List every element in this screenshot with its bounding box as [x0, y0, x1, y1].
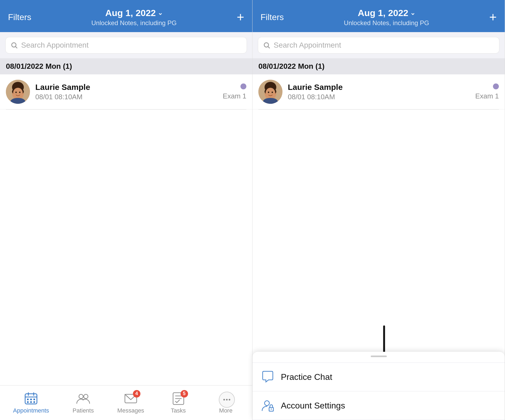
left-date-section-header: 08/01/2022 Mon (1) — [0, 58, 252, 74]
left-appt-type: Exam 1 — [223, 92, 246, 100]
left-nav-appointments[interactable]: Appointments — [13, 392, 49, 414]
sheet-handle-area — [252, 352, 505, 357]
svg-rect-16 — [33, 399, 35, 400]
right-date-chevron-icon: ⌄ — [410, 9, 415, 17]
right-search-bar: Search Appointment — [252, 32, 505, 58]
left-nav-tasks-label: Tasks — [171, 407, 186, 414]
right-filters-button[interactable]: Filters — [261, 12, 284, 22]
svg-rect-19 — [33, 401, 35, 403]
left-appt-status-dot — [240, 83, 246, 89]
search-icon — [10, 41, 18, 49]
right-appointment-row[interactable]: Laurie Sample 08/01 08:10AM Exam 1 — [252, 74, 505, 109]
left-header: Filters Aug 1, 2022 ⌄ Unlocked Notes, in… — [0, 0, 252, 32]
left-main-content — [0, 110, 252, 420]
left-header-subtitle: Unlocked Notes, including PG — [31, 19, 237, 27]
tasks-badge: 5 — [181, 390, 188, 398]
left-appt-datetime: 08/01 08:10AM — [35, 93, 217, 101]
right-add-button[interactable]: + — [489, 11, 497, 24]
right-appt-datetime: 08/01 08:10AM — [288, 93, 470, 101]
left-nav-patients-label: Patients — [72, 407, 94, 414]
messages-badge: 4 — [133, 390, 140, 398]
right-patient-name: Laurie Sample — [288, 83, 470, 92]
left-add-button[interactable]: + — [237, 11, 244, 24]
svg-line-1 — [16, 47, 17, 48]
sheet-handle — [371, 356, 387, 357]
account-settings-icon — [261, 399, 274, 412]
left-appt-right: Exam 1 — [223, 83, 246, 100]
sheet-menu: Practice Chat Account Set — [252, 362, 505, 420]
svg-point-26 — [223, 399, 225, 400]
left-nav-messages-label: Messages — [117, 407, 144, 414]
right-date[interactable]: Aug 1, 2022 ⌄ — [284, 8, 489, 18]
left-filters-button[interactable]: Filters — [8, 12, 31, 22]
left-nav-messages[interactable]: 4 Messages — [117, 392, 144, 414]
left-nav-more[interactable]: More — [212, 392, 239, 414]
tasks-icon: 5 — [171, 392, 185, 406]
svg-point-20 — [79, 394, 83, 399]
svg-point-36 — [268, 91, 269, 93]
account-settings-menu-item[interactable]: Account Settings — [252, 391, 505, 420]
svg-point-41 — [265, 401, 269, 406]
svg-point-21 — [84, 394, 88, 399]
search-placeholder-text: Search Appointment — [21, 41, 89, 49]
account-settings-label: Account Settings — [281, 401, 345, 411]
left-appt-info: Laurie Sample 08/01 08:10AM — [35, 83, 217, 101]
svg-rect-14 — [27, 399, 29, 400]
right-appt-status-dot — [493, 83, 499, 89]
practice-chat-label: Practice Chat — [281, 372, 332, 382]
left-search-bar: Search Appointment — [0, 32, 252, 58]
left-search-input[interactable]: Search Appointment — [5, 37, 247, 54]
messages-icon: 4 — [124, 392, 138, 406]
svg-point-7 — [16, 91, 17, 93]
svg-point-28 — [229, 399, 230, 400]
right-appt-type: Exam 1 — [475, 92, 499, 100]
svg-rect-18 — [30, 401, 32, 403]
left-patient-name: Laurie Sample — [35, 83, 217, 92]
left-nav-more-label: More — [219, 407, 232, 414]
left-nav-appointments-label: Appointments — [13, 407, 49, 414]
svg-point-35 — [266, 88, 275, 98]
svg-rect-15 — [30, 399, 32, 400]
practice-chat-menu-item[interactable]: Practice Chat — [252, 362, 505, 391]
right-appt-info: Laurie Sample 08/01 08:10AM — [288, 83, 470, 101]
right-patient-avatar — [258, 80, 282, 104]
svg-point-43 — [271, 408, 272, 410]
right-header-center: Aug 1, 2022 ⌄ Unlocked Notes, including … — [284, 8, 489, 27]
svg-line-30 — [268, 47, 269, 48]
right-divider — [258, 109, 499, 110]
chat-icon — [261, 370, 274, 384]
left-panel: Filters Aug 1, 2022 ⌄ Unlocked Notes, in… — [0, 0, 252, 420]
left-date[interactable]: Aug 1, 2022 ⌄ — [31, 8, 237, 18]
svg-point-37 — [272, 91, 273, 93]
left-appointment-row[interactable]: Laurie Sample 08/01 08:10AM Exam 1 — [0, 74, 252, 109]
right-panel: Filters Aug 1, 2022 ⌄ Unlocked Notes, in… — [252, 0, 505, 420]
right-date-section-header: 08/01/2022 Mon (1) — [252, 58, 505, 74]
left-nav-tasks[interactable]: 5 Tasks — [165, 392, 192, 414]
right-search-icon — [263, 41, 270, 49]
more-icon — [219, 392, 233, 406]
right-search-input[interactable]: Search Appointment — [258, 37, 499, 54]
right-search-placeholder-text: Search Appointment — [274, 41, 341, 49]
left-bottom-nav: Appointments Patients 4 — [0, 385, 252, 420]
right-appt-right: Exam 1 — [475, 83, 499, 100]
svg-rect-17 — [27, 401, 29, 403]
left-patient-avatar — [6, 80, 30, 104]
svg-point-8 — [19, 91, 21, 93]
bottom-sheet: Practice Chat Account Set — [252, 352, 505, 420]
right-header: Filters Aug 1, 2022 ⌄ Unlocked Notes, in… — [252, 0, 505, 32]
calendar-icon — [24, 392, 38, 406]
left-nav-patients[interactable]: Patients — [70, 392, 97, 414]
right-header-subtitle: Unlocked Notes, including PG — [284, 19, 489, 27]
svg-point-6 — [13, 88, 23, 98]
date-chevron-icon: ⌄ — [158, 9, 163, 17]
patients-icon — [76, 392, 90, 406]
left-header-center: Aug 1, 2022 ⌄ Unlocked Notes, including … — [31, 8, 237, 27]
svg-point-27 — [226, 399, 228, 400]
